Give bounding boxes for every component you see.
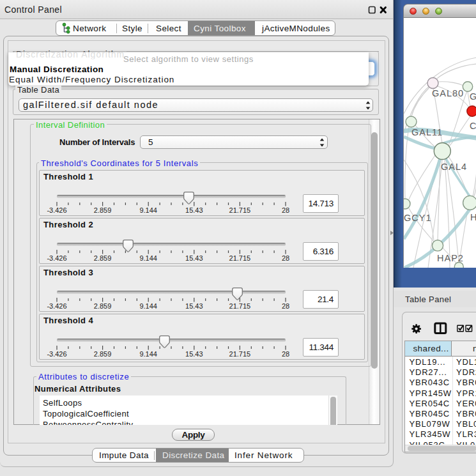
svg-text:GCY1: GCY1 (404, 213, 432, 223)
svg-text:GAL80: GAL80 (432, 88, 464, 98)
svg-text:HAP2: HAP2 (437, 253, 464, 263)
svg-text:GA: GA (470, 91, 476, 102)
svg-text:CR: CR (470, 121, 476, 131)
svg-text:H: H (470, 212, 476, 222)
svg-text:GAL11: GAL11 (411, 127, 443, 137)
svg-text:GAL4: GAL4 (441, 162, 467, 172)
